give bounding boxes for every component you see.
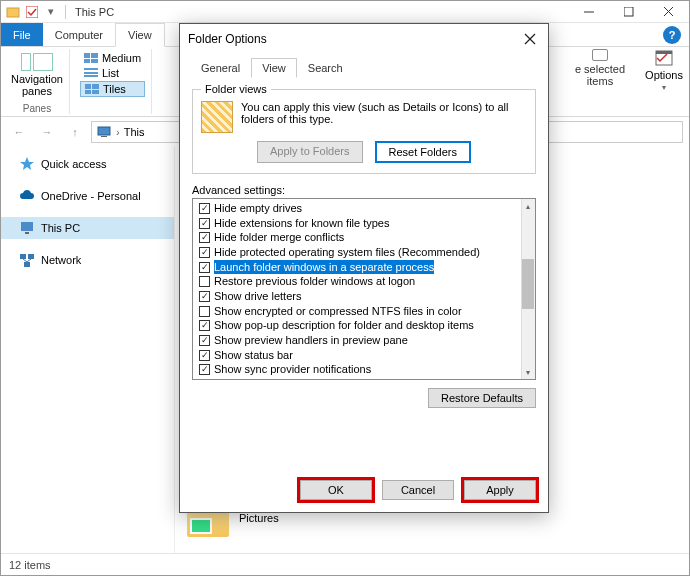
folder-views-group: Folder views You can apply this view (su… <box>192 83 536 174</box>
checkbox-icon[interactable] <box>199 364 210 375</box>
status-text: 12 items <box>9 559 51 571</box>
monitor-icon <box>19 220 35 236</box>
view-list-label: List <box>102 67 119 79</box>
setting-label: Show preview handlers in preview pane <box>214 333 408 348</box>
sidebar-item-label: OneDrive - Personal <box>41 190 141 202</box>
advanced-settings-list[interactable]: ▴ ▾ Hide empty drivesHide extensions for… <box>192 198 536 380</box>
ribbon-tab-computer[interactable]: Computer <box>43 23 115 46</box>
nav-sidebar: Quick access OneDrive - Personal This PC… <box>1 147 175 553</box>
checkbox-icon[interactable] <box>199 262 210 273</box>
checkbox-icon[interactable] <box>199 306 210 317</box>
dialog-tab-search[interactable]: Search <box>297 58 354 78</box>
dialog-tab-general[interactable]: General <box>190 58 251 78</box>
view-medium-label: Medium <box>102 52 141 64</box>
svg-rect-9 <box>101 136 107 137</box>
view-tiles[interactable]: Tiles <box>80 81 145 97</box>
setting-row[interactable]: Show preview handlers in preview pane <box>193 333 535 348</box>
svg-rect-1 <box>26 6 38 18</box>
hide-selected-button[interactable]: e selected items <box>575 49 625 92</box>
apply-to-folders-button: Apply to Folders <box>257 141 362 163</box>
checkbox-icon[interactable] <box>199 276 210 287</box>
svg-rect-14 <box>28 254 34 259</box>
setting-label: Hide empty drives <box>214 201 302 216</box>
maximize-button[interactable] <box>609 1 649 23</box>
checkbox-icon[interactable] <box>199 320 210 331</box>
svg-rect-7 <box>656 51 672 54</box>
scrollbar[interactable]: ▴ ▾ <box>521 199 535 379</box>
setting-label: Launch folder windows in a separate proc… <box>214 260 434 275</box>
hide-selected-label: e selected items <box>575 63 625 87</box>
setting-row[interactable]: Launch folder windows in a separate proc… <box>193 260 535 275</box>
checkbox-icon[interactable] <box>199 218 210 229</box>
dialog-close-button[interactable] <box>520 29 540 49</box>
checkbox-icon[interactable] <box>199 350 210 361</box>
checkbox-icon[interactable] <box>199 291 210 302</box>
advanced-settings-label: Advanced settings: <box>192 184 536 196</box>
restore-defaults-button[interactable]: Restore Defaults <box>428 388 536 408</box>
star-icon <box>19 156 35 172</box>
forward-button[interactable]: → <box>35 120 59 144</box>
setting-row[interactable]: Hide empty drives <box>193 201 535 216</box>
checkbox-icon[interactable] <box>199 247 210 258</box>
minimize-button[interactable] <box>569 1 609 23</box>
folder-views-text: You can apply this view (such as Details… <box>241 101 527 133</box>
cancel-button[interactable]: Cancel <box>382 480 454 500</box>
dialog-tab-view[interactable]: View <box>251 58 297 78</box>
svg-rect-15 <box>24 262 30 267</box>
back-button[interactable]: ← <box>7 120 31 144</box>
ribbon-tab-file[interactable]: File <box>1 23 43 46</box>
setting-row[interactable]: Show drive letters <box>193 289 535 304</box>
navigation-panes-button[interactable]: Navigation panes <box>11 49 63 97</box>
setting-label: Hide protected operating system files (R… <box>214 245 480 260</box>
setting-row[interactable]: Restore previous folder windows at logon <box>193 274 535 289</box>
address-crumb[interactable]: This <box>124 126 145 138</box>
window-title: This PC <box>75 6 114 18</box>
app-icon <box>5 4 21 20</box>
options-button[interactable]: Options ▾ <box>645 49 683 92</box>
options-label: Options <box>645 69 683 81</box>
setting-label: Show pop-up description for folder and d… <box>214 318 474 333</box>
apply-button[interactable]: Apply <box>464 480 536 500</box>
properties-icon[interactable] <box>24 4 40 20</box>
sidebar-item-onedrive[interactable]: OneDrive - Personal <box>1 185 174 207</box>
sidebar-item-quick-access[interactable]: Quick access <box>1 153 174 175</box>
ok-button[interactable]: OK <box>300 480 372 500</box>
setting-label: Restore previous folder windows at logon <box>214 274 415 289</box>
view-list[interactable]: List <box>80 66 145 80</box>
setting-row[interactable]: Hide folder merge conflicts <box>193 230 535 245</box>
setting-row[interactable]: Show sync provider notifications <box>193 362 535 377</box>
scroll-down-icon[interactable]: ▾ <box>521 365 535 379</box>
checkbox-icon[interactable] <box>199 203 210 214</box>
pc-icon <box>96 126 112 138</box>
setting-row[interactable]: Show status bar <box>193 348 535 363</box>
setting-row[interactable]: Show encrypted or compressed NTFS files … <box>193 304 535 319</box>
up-button[interactable]: ↑ <box>63 120 87 144</box>
setting-row[interactable]: Hide extensions for known file types <box>193 216 535 231</box>
sidebar-item-this-pc[interactable]: This PC <box>1 217 174 239</box>
window-titlebar: ▾ This PC <box>1 1 689 23</box>
scroll-up-icon[interactable]: ▴ <box>521 199 535 213</box>
sidebar-item-label: Quick access <box>41 158 106 170</box>
status-bar: 12 items <box>1 553 689 575</box>
svg-rect-8 <box>98 127 110 135</box>
sidebar-item-label: Network <box>41 254 81 266</box>
setting-label: Show status bar <box>214 348 293 363</box>
checkbox-icon[interactable] <box>199 335 210 346</box>
setting-row[interactable]: Show pop-up description for folder and d… <box>193 318 535 333</box>
view-medium[interactable]: Medium <box>80 51 145 65</box>
ribbon-tab-view[interactable]: View <box>115 23 165 47</box>
svg-rect-13 <box>20 254 26 259</box>
sidebar-item-network[interactable]: Network <box>1 249 174 271</box>
view-tiles-label: Tiles <box>103 83 126 95</box>
checkbox-icon[interactable] <box>199 232 210 243</box>
qat-dropdown-icon[interactable]: ▾ <box>43 4 59 20</box>
setting-row[interactable]: Hide protected operating system files (R… <box>193 245 535 260</box>
svg-rect-0 <box>7 8 19 17</box>
reset-folders-button[interactable]: Reset Folders <box>375 141 471 163</box>
help-icon[interactable]: ? <box>663 26 681 44</box>
setting-label: Show encrypted or compressed NTFS files … <box>214 304 462 319</box>
cloud-icon <box>19 188 35 204</box>
scroll-thumb[interactable] <box>522 259 534 309</box>
close-button[interactable] <box>649 1 689 23</box>
svg-rect-12 <box>25 232 29 234</box>
